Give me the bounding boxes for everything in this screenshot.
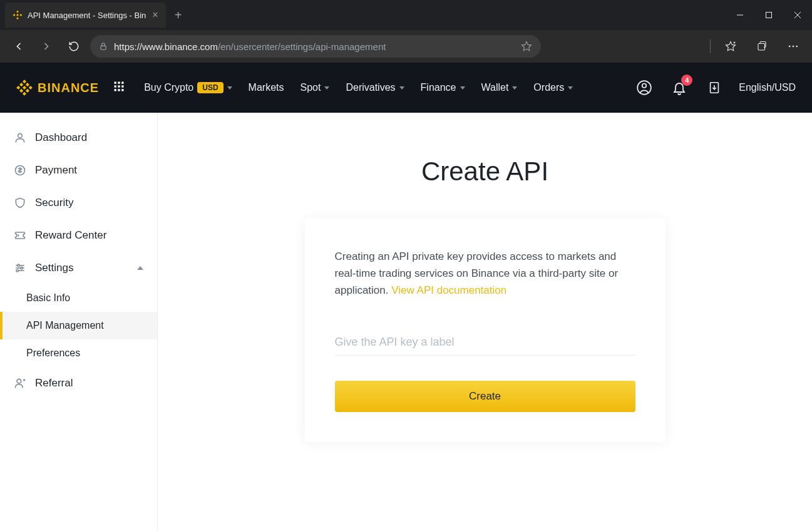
nav-markets[interactable]: Markets	[249, 82, 284, 93]
nav-finance[interactable]: Finance	[421, 82, 465, 93]
svg-rect-29	[121, 82, 123, 84]
svg-rect-27	[115, 82, 116, 84]
collections-icon[interactable]	[751, 35, 773, 58]
favorite-star-icon[interactable]	[521, 41, 532, 52]
svg-point-45	[21, 267, 23, 269]
sidebar-item-dashboard[interactable]: Dashboard	[0, 121, 157, 154]
sidebar: Dashboard Payment Security Reward Center…	[0, 113, 158, 531]
nav-spot[interactable]: Spot	[301, 82, 330, 93]
language-currency-selector[interactable]: English/USD	[739, 82, 796, 93]
chevron-down-icon	[512, 86, 517, 90]
browser-chrome: API Management - Settings - Bin × + http…	[0, 0, 812, 63]
chevron-down-icon	[460, 86, 465, 90]
nav-label: Spot	[301, 82, 321, 93]
sidebar-label: Basic Info	[26, 292, 70, 303]
brand-logo[interactable]: BINANCE	[16, 80, 99, 96]
tab-close-icon[interactable]: ×	[152, 10, 158, 20]
nav-derivatives[interactable]: Derivatives	[346, 82, 404, 93]
download-icon[interactable]	[704, 77, 725, 98]
tab-title: API Management - Settings - Bin	[28, 11, 146, 20]
nav-label: Wallet	[481, 82, 509, 93]
create-api-card: Creating an API private key provides acc…	[305, 218, 666, 442]
svg-rect-23	[19, 83, 23, 86]
svg-rect-28	[118, 82, 120, 84]
lang-currency-label: English/USD	[739, 82, 796, 93]
site-header: BINANCE Buy Crypto USD Markets Spot Deri…	[0, 63, 812, 113]
svg-rect-33	[115, 89, 116, 91]
svg-rect-32	[121, 85, 123, 87]
svg-rect-3	[19, 14, 22, 16]
sidebar-subitem-preferences[interactable]: Preferences	[0, 339, 157, 367]
nav-label: Orders	[533, 82, 564, 93]
sidebar-subitem-api-management[interactable]: API Management	[0, 312, 157, 339]
nav-wallet[interactable]: Wallet	[481, 82, 518, 93]
refresh-button[interactable]	[63, 35, 85, 58]
forward-button[interactable]	[35, 35, 58, 58]
svg-rect-6	[766, 13, 772, 18]
favorites-icon[interactable]	[719, 35, 742, 58]
more-menu-icon[interactable]	[782, 35, 804, 58]
svg-point-47	[16, 270, 18, 272]
api-doc-link[interactable]: View API documentation	[391, 284, 506, 296]
svg-rect-9	[101, 46, 106, 49]
chevron-down-icon	[568, 86, 573, 90]
new-tab-button[interactable]: +	[166, 8, 191, 23]
svg-rect-22	[23, 86, 26, 90]
address-bar-actions	[710, 35, 804, 58]
browser-tab[interactable]: API Management - Settings - Bin ×	[5, 3, 166, 28]
svg-rect-2	[13, 14, 16, 16]
chevron-up-icon	[137, 266, 143, 270]
nav-label: Buy Crypto	[144, 82, 193, 93]
binance-logo-icon	[16, 80, 33, 96]
brand-text: BINANCE	[38, 81, 99, 95]
svg-rect-31	[118, 85, 120, 87]
sidebar-item-settings[interactable]: Settings	[0, 252, 157, 284]
svg-rect-24	[26, 83, 29, 86]
window-minimize-button[interactable]	[726, 3, 754, 28]
chevron-down-icon	[399, 86, 404, 90]
sliders-icon	[14, 262, 26, 274]
svg-rect-14	[758, 44, 765, 51]
svg-marker-10	[522, 42, 532, 51]
svg-point-15	[789, 46, 791, 48]
person-add-icon	[14, 377, 26, 389]
sidebar-label: API Management	[26, 320, 104, 331]
svg-rect-25	[19, 89, 23, 93]
main-nav: Buy Crypto USD Markets Spot Derivatives …	[144, 82, 573, 93]
create-button[interactable]: Create	[335, 381, 635, 412]
svg-rect-21	[29, 86, 33, 90]
back-button[interactable]	[8, 35, 30, 58]
nav-orders[interactable]: Orders	[533, 82, 573, 93]
sidebar-item-referral[interactable]: Referral	[0, 367, 157, 400]
sidebar-item-security[interactable]: Security	[0, 187, 157, 219]
notifications-icon[interactable]: 4	[669, 77, 690, 98]
svg-rect-1	[16, 17, 19, 19]
svg-point-48	[17, 379, 21, 383]
svg-point-43	[18, 264, 19, 266]
api-label-input[interactable]	[335, 329, 635, 355]
settings-submenu: Basic Info API Management Preferences	[0, 284, 157, 367]
page-title: Create API	[421, 157, 548, 187]
sidebar-item-payment[interactable]: Payment	[0, 154, 157, 187]
binance-favicon-icon	[13, 10, 23, 20]
sidebar-subitem-basic-info[interactable]: Basic Info	[0, 284, 157, 312]
svg-marker-11	[726, 42, 736, 51]
chevron-down-icon	[227, 86, 232, 90]
sidebar-label: Security	[35, 197, 73, 209]
svg-rect-4	[16, 14, 19, 16]
svg-rect-0	[16, 11, 19, 13]
content-area: Create API Creating an API private key p…	[158, 113, 812, 531]
person-icon	[14, 131, 26, 144]
tab-bar: API Management - Settings - Bin × +	[0, 0, 812, 30]
svg-rect-34	[118, 89, 120, 91]
window-close-button[interactable]	[783, 3, 812, 28]
apps-grid-icon[interactable]	[113, 80, 125, 95]
sidebar-item-reward-center[interactable]: Reward Center	[0, 219, 157, 252]
url-box[interactable]: https://www.binance.com/en/usercenter/se…	[90, 35, 541, 58]
nav-buy-crypto[interactable]: Buy Crypto USD	[144, 82, 232, 93]
account-icon[interactable]	[634, 77, 655, 98]
lock-icon	[99, 42, 108, 51]
window-maximize-button[interactable]	[754, 3, 783, 28]
api-label-input-wrap	[335, 329, 635, 356]
card-description: Creating an API private key provides acc…	[335, 248, 635, 299]
